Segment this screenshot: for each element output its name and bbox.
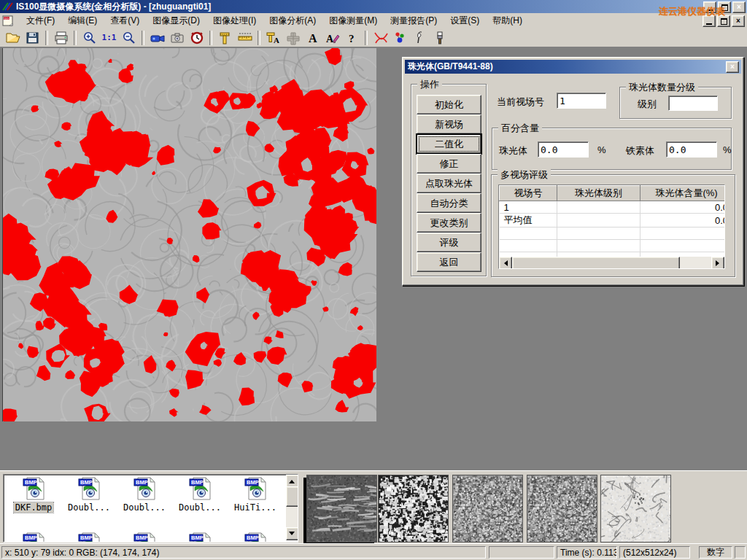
file-item-Doubl...[interactable]: BMPDoubl...: [62, 477, 116, 513]
zoom-in-button[interactable]: [80, 28, 99, 47]
thumbnail-1[interactable]: [378, 475, 449, 542]
op-button-1[interactable]: 新视场: [417, 114, 481, 134]
caliper-button[interactable]: [215, 28, 235, 47]
scroll-down-button[interactable]: [286, 527, 298, 540]
table-row-0[interactable]: 10.0: [500, 201, 726, 214]
file-list[interactable]: BMPDKF.bmpBMPDoubl...BMPDoubl...BMPDoubl…: [3, 474, 298, 542]
op-button-3[interactable]: 修正: [417, 154, 481, 174]
text-button[interactable]: A: [303, 28, 322, 47]
table-header-0[interactable]: 视场号: [500, 186, 557, 201]
file-item-Doubl...[interactable]: BMPDoubl...: [173, 477, 227, 513]
table-cell: 平均值: [500, 214, 557, 228]
thumbnail-3[interactable]: [527, 475, 597, 542]
curve-tool-button[interactable]: [371, 28, 390, 47]
print-button[interactable]: [51, 28, 71, 47]
level-input[interactable]: [668, 96, 718, 111]
file-item-DKF.bmp[interactable]: BMPDKF.bmp: [7, 477, 61, 513]
op-button-5[interactable]: 自动分类: [417, 193, 481, 213]
dialog-close-button[interactable]: ×: [726, 61, 739, 73]
ferrite-percent-input[interactable]: [666, 141, 717, 158]
scroll-right-button[interactable]: [711, 257, 724, 269]
table-row-1[interactable]: 平均值0.0: [500, 214, 726, 228]
menu-item-0[interactable]: 文件(F): [20, 13, 61, 28]
save-button[interactable]: [23, 28, 42, 47]
op-button-0[interactable]: 初始化: [417, 95, 481, 114]
menu-item-5[interactable]: 图像分析(A): [263, 13, 322, 28]
pearlite-label: 珠光体: [499, 144, 527, 158]
table-row-2[interactable]: [500, 228, 726, 240]
grid-cross-button[interactable]: [283, 28, 303, 47]
dialog-title-bar[interactable]: 珠光体(GB/T9441-88) ×: [405, 60, 741, 74]
toolbar-separator: [258, 31, 260, 45]
status-mode: 数字: [699, 546, 732, 559]
toolbar-separator: [209, 31, 212, 45]
actual-size-button[interactable]: 1:1: [99, 28, 119, 47]
color-classify-button[interactable]: [390, 28, 410, 47]
timer-button[interactable]: [187, 28, 206, 47]
table-horizontal-scrollbar[interactable]: [499, 257, 724, 268]
camera-button[interactable]: [167, 28, 187, 47]
pearlite-unit: %: [597, 144, 606, 155]
toolbar-separator: [74, 31, 77, 45]
ruler-button[interactable]: [235, 28, 255, 47]
table-header-1[interactable]: 珠光体级别: [557, 186, 640, 201]
svg-text:BMP: BMP: [247, 479, 259, 486]
menu-item-2[interactable]: 查看(V): [104, 13, 146, 28]
table-cell: [557, 201, 640, 214]
multifield-table[interactable]: 视场号珠光体级别珠光体含量(%)铁素体含量(%)10.0平均值0.0: [498, 184, 725, 269]
measure-text-button[interactable]: A: [263, 28, 283, 47]
svg-text:A: A: [274, 36, 279, 44]
text-edit-button[interactable]: A: [322, 28, 342, 47]
table-header-2[interactable]: 珠光体含量(%): [640, 186, 726, 201]
table-cell: 1: [500, 201, 557, 214]
menu-item-3[interactable]: 图像显示(D): [146, 13, 206, 28]
file-item-row2-3[interactable]: BMP: [173, 532, 227, 542]
brush-button[interactable]: [430, 28, 449, 47]
menu-item-8[interactable]: 设置(S): [444, 13, 486, 28]
table-row-3[interactable]: [500, 240, 726, 252]
micrograph-image[interactable]: [2, 48, 376, 421]
file-item-row2-1[interactable]: BMP: [62, 532, 116, 542]
file-item-Doubl...[interactable]: BMPDoubl...: [117, 477, 171, 513]
menu-items: 文件(F)编辑(E)查看(V)图像显示(D)图像处理(I)图像分析(A)图像测量…: [20, 13, 529, 28]
scroll-left-button[interactable]: [499, 257, 512, 269]
zoom-out-button[interactable]: [119, 28, 139, 47]
op-button-8[interactable]: 返回: [417, 252, 481, 272]
file-name: Doubl...: [66, 502, 112, 513]
scroll-thumb[interactable]: [512, 257, 680, 269]
window-close-button[interactable]: ×: [732, 1, 746, 13]
table-cell: [640, 240, 726, 252]
menu-item-9[interactable]: 帮助(H): [486, 13, 529, 28]
menu-item-4[interactable]: 图像处理(I): [206, 13, 263, 28]
file-item-row2-4[interactable]: BMP: [228, 532, 282, 542]
scroll-thumb[interactable]: [286, 486, 298, 507]
grading-group-label: 珠光体数量分级: [626, 81, 698, 94]
pearlite-percent-input[interactable]: [538, 141, 589, 158]
file-name: DKF.bmp: [14, 502, 54, 513]
file-item-row2-2[interactable]: BMP: [117, 532, 171, 542]
op-button-2[interactable]: 二值化: [417, 134, 481, 154]
file-item-row2-0[interactable]: BMP: [7, 532, 61, 542]
op-button-7[interactable]: 评级: [417, 233, 481, 252]
status-position: x: 510 y: 79 idx: 0 RGB: (174, 174, 174): [1, 546, 486, 559]
op-button-6[interactable]: 更改类别: [417, 213, 481, 233]
file-item-HuiTi...[interactable]: BMPHuiTi...: [228, 477, 282, 513]
help-button[interactable]: ?: [342, 28, 362, 47]
thumbnail-0[interactable]: [306, 475, 377, 542]
thumbnail-4[interactable]: [600, 475, 671, 542]
menu-item-6[interactable]: 图像测量(M): [322, 13, 384, 28]
menu-item-1[interactable]: 编辑(E): [61, 13, 104, 28]
op-button-4[interactable]: 点取珠光体: [417, 174, 481, 193]
file-list-scrollbar[interactable]: [286, 475, 298, 540]
table-cell: [640, 228, 726, 240]
menu-item-7[interactable]: 测量报告(P): [384, 13, 444, 28]
picker-pen-button[interactable]: [410, 28, 430, 47]
dialog-title: 珠光体(GB/T9441-88): [408, 61, 493, 73]
mdi-close-button[interactable]: ×: [732, 15, 745, 27]
open-button[interactable]: [3, 28, 23, 47]
current-field-input[interactable]: [557, 93, 606, 109]
thumbnail-2[interactable]: [452, 475, 523, 542]
menu-bar: DOC 文件(F)编辑(E)查看(V)图像显示(D)图像处理(I)图像分析(A)…: [0, 13, 747, 29]
table-cell: 0.0: [640, 201, 726, 214]
video-camera-button[interactable]: [147, 28, 167, 47]
